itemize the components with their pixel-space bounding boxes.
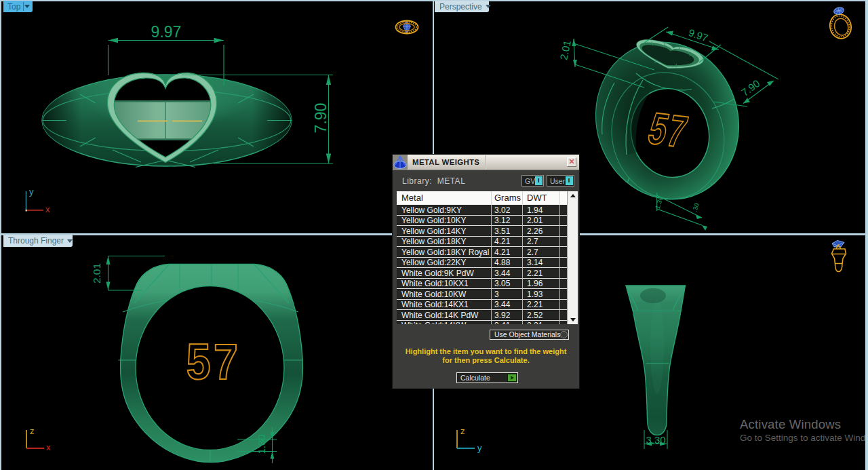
svg-text:9.97: 9.97 (687, 26, 709, 43)
svg-text:z: z (460, 426, 465, 436)
svg-text:7.90: 7.90 (312, 103, 330, 134)
svg-text:2.01: 2.01 (91, 263, 102, 283)
svg-text:x: x (45, 204, 50, 214)
svg-text:y: y (477, 443, 482, 453)
svg-text:2.01: 2.01 (557, 39, 573, 61)
svg-text:y: y (29, 187, 34, 197)
svg-text:1.30: 1.30 (654, 195, 665, 210)
svg-text:.30: .30 (690, 202, 701, 213)
svg-text:9.97: 9.97 (151, 23, 182, 41)
svg-text:57: 57 (186, 334, 241, 390)
svg-text:x: x (46, 442, 51, 452)
svg-text:7.90: 7.90 (739, 77, 762, 98)
svg-text:z: z (30, 426, 35, 436)
